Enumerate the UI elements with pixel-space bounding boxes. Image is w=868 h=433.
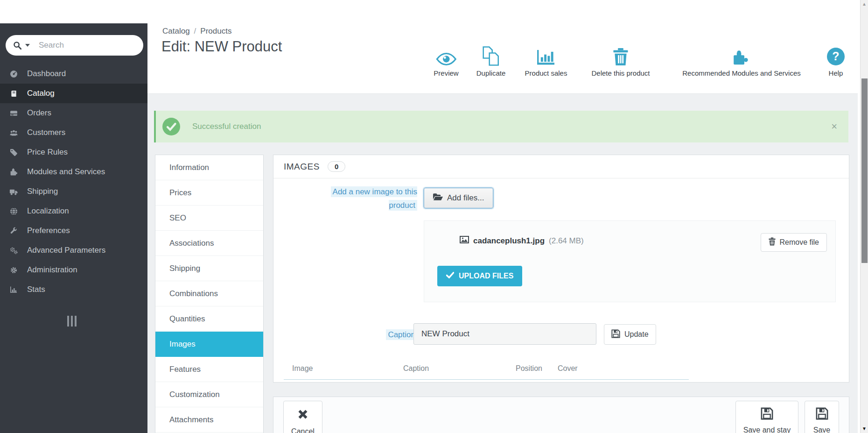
toolbar-help[interactable]: ? Help <box>826 43 845 77</box>
remove-file-button[interactable]: Remove file <box>761 233 827 252</box>
wrench-icon <box>9 227 18 235</box>
sidebar-item-label: Administration <box>27 265 77 275</box>
scrollbar-thumb[interactable] <box>861 78 868 263</box>
save-icon <box>611 329 620 340</box>
tab-quantities[interactable]: Quantities <box>155 306 263 332</box>
tab-customization[interactable]: Customization <box>155 382 263 407</box>
check-circle-icon <box>162 118 180 135</box>
toolbar-delete-product[interactable]: Delete this product <box>591 43 650 77</box>
sidebar-item-label: Orders <box>27 108 51 118</box>
sidebar-item-advanced-parameters[interactable]: Advanced Parameters <box>0 241 147 260</box>
sidebar-item-dashboard[interactable]: Dashboard <box>0 64 147 84</box>
trash-icon <box>613 43 628 66</box>
scroll-down-icon[interactable]: ▼ <box>861 426 868 432</box>
image-icon <box>460 236 469 246</box>
sidebar-item-label: Preferences <box>27 226 70 235</box>
search-input[interactable] <box>39 41 123 50</box>
tab-associations[interactable]: Associations <box>155 231 263 256</box>
caption-input[interactable] <box>413 323 596 345</box>
file-upload-entry: cadanceplush1.jpg (2.64 MB) Remove file … <box>424 220 836 302</box>
breadcrumb: Catalog / Products <box>162 27 231 36</box>
save-icon <box>816 407 828 422</box>
truck-icon <box>9 188 18 196</box>
gears-icon <box>9 247 18 255</box>
breadcrumb-page[interactable]: Products <box>200 27 231 36</box>
table-header-image: Image <box>292 364 313 373</box>
breadcrumb-section[interactable]: Catalog <box>162 27 190 36</box>
sidebar-item-modules[interactable]: Modules and Services <box>0 162 147 182</box>
sidebar-menu: Dashboard Catalog Orders Customers Price… <box>0 64 147 299</box>
toolbar-recommended-modules[interactable]: Recommended Modules and Services <box>682 43 800 77</box>
save-button[interactable]: Save <box>805 401 839 433</box>
tab-prices[interactable]: Prices <box>155 180 263 206</box>
scrollbar-track[interactable]: ▲ ▼ <box>860 0 868 433</box>
page-title: Edit: NEW Product <box>161 38 282 55</box>
toolbar-preview[interactable]: Preview <box>434 43 458 77</box>
add-image-label: Add a new image to this product <box>309 185 417 212</box>
sidebar-item-orders[interactable]: Orders <box>0 103 147 123</box>
tab-shipping[interactable]: Shipping <box>155 256 263 281</box>
sidebar-item-price-rules[interactable]: Price Rules <box>0 142 147 162</box>
table-header-caption: Caption <box>403 364 429 373</box>
dashboard-icon <box>9 70 18 78</box>
duplicate-icon <box>483 43 499 66</box>
sidebar-item-shipping[interactable]: Shipping <box>0 182 147 201</box>
tab-seo[interactable]: SEO <box>155 206 263 231</box>
search-box[interactable] <box>6 35 143 56</box>
trash-icon <box>769 237 776 248</box>
sidebar-item-customers[interactable]: Customers <box>0 123 147 142</box>
caption-label: Caption <box>309 328 417 341</box>
update-button[interactable]: Update <box>604 324 656 345</box>
add-files-button[interactable]: Add files... <box>424 188 493 208</box>
sidebar-item-label: Customers <box>27 128 65 137</box>
puzzle-icon <box>733 43 750 66</box>
tab-combinations[interactable]: Combinations <box>155 281 263 306</box>
credit-card-icon <box>9 109 18 117</box>
footer-action-bar: Cancel Save and stay Save <box>273 397 849 433</box>
sidebar-item-label: Dashboard <box>27 69 66 78</box>
alert-message: Successful creation <box>192 122 261 131</box>
sidebar-item-administration[interactable]: Administration <box>0 260 147 280</box>
toolbar-duplicate[interactable]: Duplicate <box>476 43 506 77</box>
globe-icon <box>9 207 18 215</box>
tab-images[interactable]: Images <box>155 332 263 357</box>
sidebar-item-preferences[interactable]: Preferences <box>0 221 147 241</box>
close-icon[interactable]: × <box>831 121 837 132</box>
tab-features[interactable]: Features <box>155 357 263 382</box>
save-icon <box>761 407 773 422</box>
sidebar-item-label: Localization <box>27 206 69 216</box>
folder-open-icon <box>433 193 443 203</box>
success-alert: Successful creation × <box>154 111 848 142</box>
upload-files-button[interactable]: UPLOAD FILES <box>437 266 522 286</box>
check-icon <box>446 272 454 280</box>
toolbar-product-sales[interactable]: Product sales <box>525 43 567 77</box>
tab-attachments[interactable]: Attachments <box>155 407 263 433</box>
tab-information[interactable]: Information <box>155 155 263 180</box>
sidebar-item-label: Shipping <box>27 187 58 196</box>
bar-chart-icon <box>9 286 18 294</box>
save-and-stay-button[interactable]: Save and stay <box>735 401 798 433</box>
sidebar-item-label: Advanced Parameters <box>27 246 105 255</box>
file-name: cadanceplush1.jpg <box>473 236 545 246</box>
sidebar-item-localization[interactable]: Localization <box>0 201 147 221</box>
scroll-up-icon[interactable]: ▲ <box>861 1 868 7</box>
sidebar-item-catalog[interactable]: Catalog <box>0 84 147 103</box>
sidebar-item-label: Catalog <box>27 89 55 98</box>
images-panel-body: Add a new image to this product Add file… <box>273 178 849 382</box>
search-icon <box>13 41 22 50</box>
svg-text:?: ? <box>832 50 839 63</box>
search-dropdown-caret-icon[interactable] <box>25 44 30 47</box>
sidebar-item-stats[interactable]: Stats <box>0 280 147 299</box>
sidebar: Dashboard Catalog Orders Customers Price… <box>0 23 147 433</box>
content-area: Successful creation × Information Prices… <box>147 93 858 433</box>
x-icon <box>296 407 310 423</box>
cancel-button[interactable]: Cancel <box>283 401 322 433</box>
puzzle-icon <box>9 168 18 176</box>
gear-icon <box>9 266 18 274</box>
table-header-position: Position <box>516 364 542 373</box>
help-icon: ? <box>826 43 845 66</box>
images-panel-header: IMAGES 0 <box>273 155 849 178</box>
file-info: cadanceplush1.jpg (2.64 MB) <box>460 236 584 246</box>
sidebar-collapse-handle[interactable] <box>67 316 77 327</box>
table-header-cover: Cover <box>558 364 578 373</box>
